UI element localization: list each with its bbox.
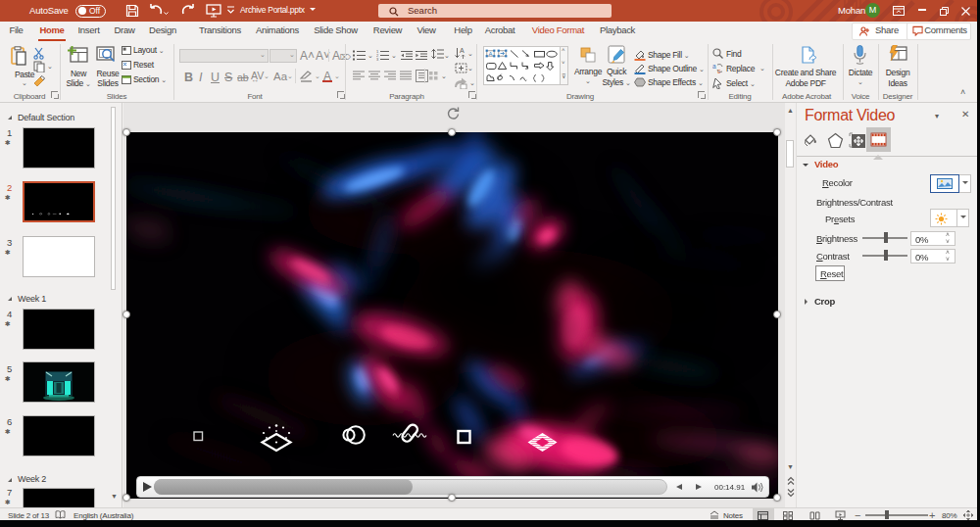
svg-text:3: 3 — [376, 57, 379, 61]
svg-text:A: A — [460, 47, 465, 54]
svg-text:A: A — [489, 51, 493, 57]
svg-text:a: a — [712, 63, 716, 70]
